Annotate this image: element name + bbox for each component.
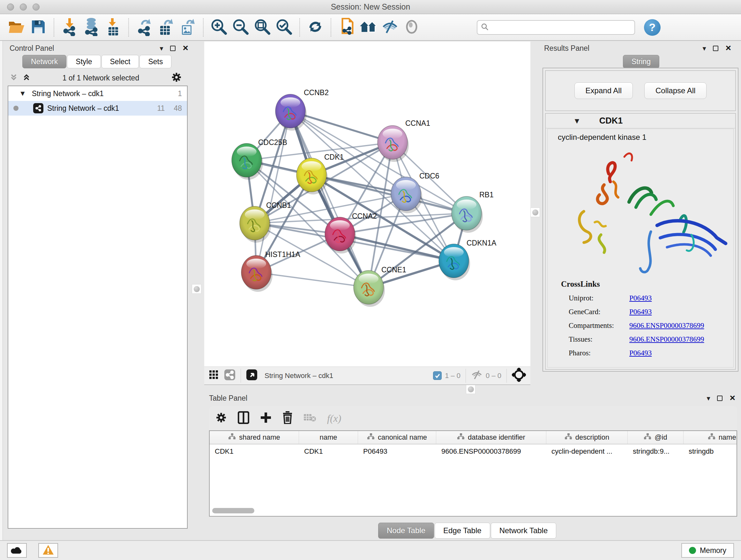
- network-share-button[interactable]: [224, 369, 235, 382]
- network-row[interactable]: String Network – cdk1 11 48: [8, 101, 187, 116]
- collapse-all-button[interactable]: Collapse All: [644, 82, 706, 99]
- crosslink-pharos-link[interactable]: P06493: [629, 349, 652, 357]
- column-header-namespace[interactable]: namespace: [684, 431, 737, 444]
- right-splitter-handle[interactable]: [530, 207, 540, 217]
- horizontal-scrollbar-thumb[interactable]: [212, 508, 254, 513]
- show-columns-button[interactable]: [238, 411, 249, 425]
- string-import-button[interactable]: [337, 17, 356, 37]
- toolbar-separator: [128, 18, 129, 37]
- table-row[interactable]: CDK1CDK1P064939606.ENSP00000378699cyclin…: [210, 444, 737, 458]
- function-builder-button[interactable]: f(x): [327, 413, 341, 424]
- save-icon: [31, 19, 46, 36]
- column-header-shared-name[interactable]: shared name: [210, 431, 299, 444]
- zoom-in-button[interactable]: [210, 17, 228, 37]
- close-panel-icon[interactable]: ×: [730, 393, 735, 402]
- column-header-description[interactable]: description: [546, 431, 628, 444]
- close-panel-icon[interactable]: ×: [183, 43, 188, 53]
- network-options-gear-icon[interactable]: [171, 72, 182, 84]
- node-CCNE1[interactable]: [354, 270, 385, 307]
- warnings-button[interactable]: [38, 543, 58, 558]
- hide-labels-button[interactable]: [381, 17, 399, 37]
- protein-expand-icon[interactable]: ▼: [573, 117, 581, 125]
- selected-nodes-checkbox[interactable]: [433, 371, 442, 380]
- tab-network[interactable]: Network: [22, 55, 66, 68]
- node-CCNA1[interactable]: [378, 125, 409, 162]
- column-label: database identifier: [468, 433, 525, 442]
- close-panel-icon[interactable]: ×: [725, 43, 731, 53]
- tab-node-table[interactable]: Node Table: [378, 523, 434, 539]
- tab-network-table[interactable]: Network Table: [491, 523, 556, 539]
- export-table-button[interactable]: [157, 17, 175, 37]
- node-RB1[interactable]: [452, 196, 483, 233]
- table-settings-gear-icon[interactable]: [215, 412, 227, 425]
- column-header-id[interactable]: @id: [628, 431, 684, 444]
- memory-button[interactable]: Memory: [681, 543, 734, 558]
- column-header-database-identifier[interactable]: database identifier: [436, 431, 546, 444]
- table-tabs: Node TableEdge TableNetwork Table: [378, 523, 557, 539]
- collapse-all-icon[interactable]: [10, 73, 18, 83]
- panel-menu-icon[interactable]: ▾: [706, 395, 710, 402]
- cloud-sync-button[interactable]: [7, 543, 27, 558]
- node-CCNA2[interactable]: [325, 217, 356, 253]
- edge-CCNA2-CDKN1A[interactable]: [340, 234, 454, 261]
- export-network-button[interactable]: [135, 17, 153, 37]
- expand-all-icon[interactable]: [22, 73, 30, 83]
- collection-expand-icon[interactable]: ▼: [19, 90, 26, 97]
- expand-all-button[interactable]: Expand All: [575, 82, 633, 99]
- column-header-canonical-name[interactable]: canonical name: [358, 431, 436, 444]
- node-CDC25B[interactable]: [232, 143, 263, 180]
- search-input[interactable]: [489, 23, 631, 32]
- help-button[interactable]: ?: [644, 19, 661, 36]
- left-edge-strip: [0, 41, 3, 540]
- panel-menu-icon[interactable]: ▾: [702, 45, 706, 52]
- column-header-name[interactable]: name: [299, 431, 358, 444]
- crosslink-tissues-link[interactable]: 9606.ENSP00000378699: [629, 335, 704, 343]
- eye-slash-icon: [381, 19, 399, 36]
- float-panel-icon[interactable]: [717, 395, 723, 401]
- tab-edge-table[interactable]: Edge Table: [434, 523, 490, 539]
- crosslink-compartments-link[interactable]: 9606.ENSP00000378699: [629, 321, 704, 329]
- network-collection-row[interactable]: ▼ String Network – cdk1 1: [8, 86, 187, 101]
- hidden-eye-icon[interactable]: [471, 370, 482, 381]
- edge-HIST1H1A-CCNE1[interactable]: [256, 272, 368, 287]
- import-table-button[interactable]: [104, 17, 122, 37]
- open-session-button[interactable]: [7, 17, 26, 37]
- import-network-file-button[interactable]: [60, 17, 79, 37]
- delete-column-button[interactable]: [282, 411, 293, 425]
- float-panel-icon[interactable]: [713, 46, 718, 51]
- tab-sets[interactable]: Sets: [139, 55, 172, 68]
- zoom-selected-button[interactable]: [275, 17, 293, 37]
- node-CDK1[interactable]: [296, 158, 328, 194]
- add-column-button[interactable]: [260, 412, 272, 425]
- grid-view-button[interactable]: [209, 370, 219, 382]
- save-session-button[interactable]: [29, 17, 48, 37]
- node-CDKN1A[interactable]: [439, 244, 470, 280]
- protein-description: cyclin-dependent kinase 1: [558, 133, 733, 142]
- crosslink-genecard-link[interactable]: P06493: [629, 308, 652, 316]
- show-details-button[interactable]: [402, 17, 421, 37]
- tab-style[interactable]: Style: [67, 55, 100, 68]
- zoom-out-button[interactable]: [231, 17, 250, 37]
- node-HIST1H1A[interactable]: [241, 255, 273, 292]
- node-CCNB2[interactable]: [275, 94, 307, 131]
- crosslink-uniprot-link[interactable]: P06493: [629, 294, 652, 302]
- left-splitter-handle[interactable]: [192, 284, 201, 294]
- popout-view-button[interactable]: [246, 369, 258, 382]
- network-canvas[interactable]: CCNB2CCNA1CDC25BCDK1CDC6RB1CCNB1CCNA2CDK…: [204, 42, 530, 367]
- panel-menu-icon[interactable]: ▾: [159, 45, 163, 52]
- edge-CCNB2-CCNE1[interactable]: [290, 111, 368, 287]
- tab-string[interactable]: String: [623, 55, 659, 68]
- float-panel-icon[interactable]: [170, 46, 176, 51]
- string-home-button[interactable]: [359, 17, 378, 37]
- bottom-splitter-handle[interactable]: [466, 384, 475, 394]
- export-image-button[interactable]: [179, 17, 197, 37]
- zoom-fit-button[interactable]: [253, 17, 272, 37]
- apply-layout-button[interactable]: [306, 17, 325, 37]
- import-network-database-button[interactable]: [82, 17, 100, 37]
- delete-table-button[interactable]: [304, 413, 316, 424]
- protein-name: CDK1: [599, 116, 623, 126]
- fit-content-button[interactable]: [512, 368, 526, 384]
- tab-select[interactable]: Select: [102, 55, 139, 68]
- export-image-icon: [180, 17, 195, 37]
- current-network-dot-icon: [13, 106, 18, 111]
